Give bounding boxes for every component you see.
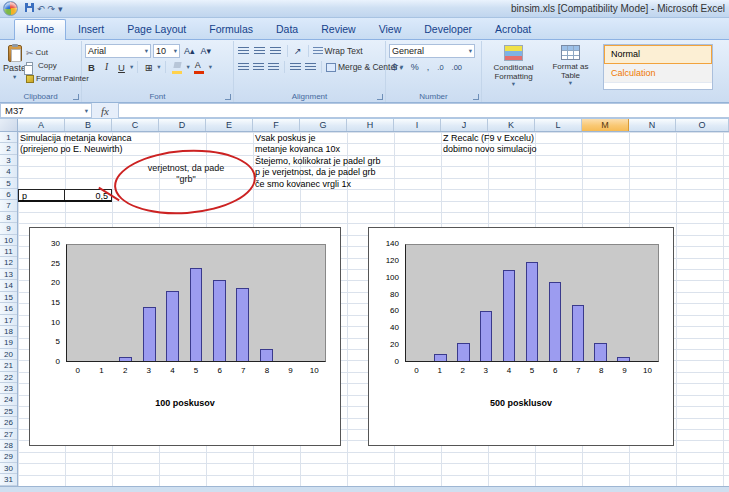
row-header-22[interactable]: 22 [0, 372, 17, 383]
align-right-button[interactable] [267, 61, 280, 74]
row-header-19[interactable]: 19 [0, 337, 17, 348]
paste-button[interactable]: Paste ▾ [3, 43, 26, 90]
row-header-4[interactable]: 4 [0, 166, 17, 177]
tab-developer[interactable]: Developer [413, 20, 483, 39]
accounting-format-button[interactable]: $ ▾ [389, 61, 406, 74]
name-box[interactable]: M37▾ [0, 103, 92, 118]
formula-input[interactable] [118, 103, 729, 118]
conditional-formatting-button[interactable]: Conditional Formatting ▾ [485, 43, 542, 90]
column-header-C[interactable]: C [112, 119, 159, 131]
comma-style-button[interactable]: , [424, 61, 433, 74]
cell-F4[interactable]: p je verjetnost, da je padel grb [255, 167, 376, 178]
row-header-21[interactable]: 21 [0, 360, 17, 371]
orientation-button[interactable]: ↗ [292, 46, 304, 56]
row-header-9[interactable]: 9 [0, 223, 17, 234]
style-calculation[interactable]: Calculation [604, 64, 712, 83]
copy-button[interactable]: Copy [26, 59, 89, 72]
tab-review[interactable]: Review [310, 20, 366, 39]
row-header-18[interactable]: 18 [0, 326, 17, 337]
row-header-15[interactable]: 15 [0, 292, 17, 303]
tab-view[interactable]: View [368, 20, 413, 39]
column-header-E[interactable]: E [206, 119, 253, 131]
increase-indent-button[interactable] [304, 61, 317, 74]
row-header-7[interactable]: 7 [0, 200, 17, 211]
column-header-N[interactable]: N [629, 119, 676, 131]
row-header-12[interactable]: 12 [0, 257, 17, 268]
row-header-24[interactable]: 24 [0, 394, 17, 405]
row-header-6[interactable]: 6 [0, 189, 17, 200]
font-name-combo[interactable]: Arial▾ [85, 44, 151, 58]
row-header-14[interactable]: 14 [0, 280, 17, 291]
tab-data[interactable]: Data [265, 20, 309, 39]
qat-dropdown[interactable]: ▾ [58, 3, 63, 15]
row-header-29[interactable]: 29 [0, 451, 17, 462]
underline-button[interactable]: U [115, 61, 128, 74]
align-middle-button[interactable] [253, 45, 267, 58]
save-button[interactable] [25, 3, 34, 15]
column-header-L[interactable]: L [535, 119, 582, 131]
increase-decimal-button[interactable]: .0 [434, 61, 446, 74]
align-left-button[interactable] [237, 61, 250, 74]
redo-button[interactable]: ↷ [48, 3, 56, 15]
row-header-1[interactable]: 1 [0, 132, 17, 143]
bold-button[interactable]: B [85, 61, 98, 74]
column-header-I[interactable]: I [394, 119, 441, 131]
column-header-A[interactable]: A [18, 119, 65, 131]
row-header-17[interactable]: 17 [0, 315, 17, 326]
column-header-H[interactable]: H [347, 119, 394, 131]
format-painter-button[interactable]: Format Painter [26, 72, 89, 85]
column-header-B[interactable]: B [65, 119, 112, 131]
embedded-chart-500[interactable]: 020406080100120140 012345678910 500 posk… [368, 227, 674, 446]
format-as-table-button[interactable]: Format as Table ▾ [542, 43, 599, 90]
font-size-combo[interactable]: 10▾ [153, 44, 180, 58]
row-header-28[interactable]: 28 [0, 440, 17, 451]
row-header-25[interactable]: 25 [0, 406, 17, 417]
underline-dropdown[interactable]: ▾ [130, 64, 133, 70]
embedded-chart-100[interactable]: 051015202530 012345678910 100 poskusov [29, 227, 341, 446]
tab-insert[interactable]: Insert [67, 20, 115, 39]
cell-F5[interactable]: če smo kovanec vrgli 1x [255, 179, 351, 190]
tab-formulas[interactable]: Formulas [198, 20, 264, 39]
grow-font-button[interactable]: A▴ [182, 46, 197, 56]
column-header-K[interactable]: K [488, 119, 535, 131]
p-value-box[interactable]: p 0,5 [18, 189, 112, 202]
tab-page-layout[interactable]: Page Layout [116, 20, 197, 39]
cell-A2[interactable]: (prirejeno po E. Neuwirth) [20, 144, 123, 155]
office-button[interactable] [3, 1, 18, 16]
fill-color-dropdown[interactable]: ▾ [187, 64, 190, 70]
row-header-26[interactable]: 26 [0, 417, 17, 428]
row-header-20[interactable]: 20 [0, 349, 17, 360]
shrink-font-button[interactable]: A▾ [199, 46, 214, 56]
column-header-F[interactable]: F [253, 119, 300, 131]
row-header-8[interactable]: 8 [0, 212, 17, 223]
row-header-30[interactable]: 30 [0, 463, 17, 474]
fill-color-button[interactable] [170, 61, 185, 74]
row-header-16[interactable]: 16 [0, 303, 17, 314]
grid-canvas[interactable]: p 0,5 verjetnost, da pade "grb" 05101520… [18, 132, 729, 486]
cell-F1[interactable]: Vsak poskus je [255, 133, 316, 144]
row-header-13[interactable]: 13 [0, 269, 17, 280]
row-header-3[interactable]: 3 [0, 155, 17, 166]
row-header-11[interactable]: 11 [0, 246, 17, 257]
tab-home[interactable]: Home [14, 19, 66, 40]
cell-J1[interactable]: Z Recalc (F9 v Excelu) [443, 133, 534, 144]
row-header-10[interactable]: 10 [0, 235, 17, 246]
column-header-M[interactable]: M [582, 119, 629, 131]
horizontal-scrollbar[interactable] [0, 486, 729, 492]
alignment-dialog-launcher[interactable] [377, 94, 383, 100]
clipboard-dialog-launcher[interactable] [73, 94, 79, 100]
column-header-D[interactable]: D [159, 119, 206, 131]
cut-button[interactable]: ✂Cut [26, 46, 89, 59]
row-header-31[interactable]: 31 [0, 474, 17, 485]
column-header-O[interactable]: O [676, 119, 729, 131]
align-bottom-button[interactable] [269, 45, 283, 58]
cell-J2[interactable]: dobimo novo simulacijo [443, 144, 537, 155]
wrap-text-button[interactable]: Wrap Text [313, 44, 363, 58]
row-header-27[interactable]: 27 [0, 429, 17, 440]
row-header-23[interactable]: 23 [0, 383, 17, 394]
percent-style-button[interactable]: % [408, 61, 422, 74]
tab-acrobat[interactable]: Acrobat [484, 20, 542, 39]
cell-A6[interactable]: p [19, 190, 65, 200]
cell-A1[interactable]: Simulacija metanja kovanca [20, 133, 132, 144]
cell-F3[interactable]: Štejemo, kolikokrat je padel grb [255, 156, 381, 167]
